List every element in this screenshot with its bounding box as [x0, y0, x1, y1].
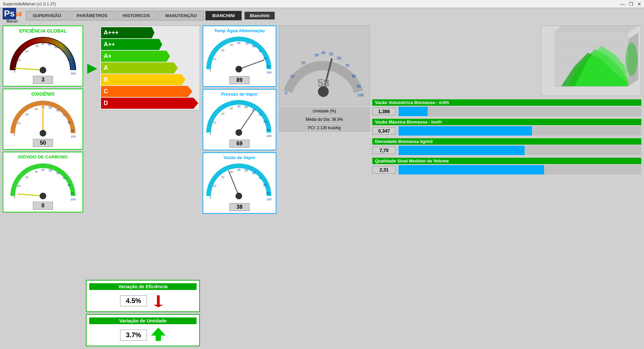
bar-group-vazao-vol: Vazão Volumétrica Biomassa - m3/h 1,386 [372, 99, 641, 116]
svg-text:100: 100 [358, 93, 364, 97]
vazao-vapor-gauge: 0 10 20 30 40 50 60 70 80 90 100 [205, 161, 272, 201]
temp-agua-gauge: 0 10 20 30 40 50 60 70 80 90 100 [205, 34, 272, 74]
co2-panel: DIÓXIDO DE CARBONO 0 10 20 30 40 50 60 7… [3, 152, 83, 212]
svg-marker-103 [554, 26, 638, 33]
svg-point-12 [40, 67, 46, 73]
pressao-vapor-value: 69 [229, 140, 250, 148]
bar-group-densidade: Densidade Biomassa kg/m3 7,70 [372, 138, 641, 155]
logo: Ps i4 Marrari [3, 8, 22, 23]
svg-text:70: 70 [258, 113, 262, 116]
svg-text:10: 10 [17, 58, 20, 62]
svg-text:80: 80 [67, 58, 71, 61]
svg-text:50: 50 [329, 52, 333, 56]
maximize-btn[interactable]: ❐ [629, 1, 633, 7]
variacao-umidade-value: 3.7% [120, 330, 147, 341]
svg-text:0: 0 [13, 70, 15, 73]
svg-text:10: 10 [17, 184, 20, 188]
eficiencia-gauge-svg: 0 10 20 30 40 50 60 70 80 90 100 [9, 35, 76, 75]
svg-text:70: 70 [258, 177, 262, 180]
svg-text:100: 100 [266, 71, 271, 74]
svg-line-78 [229, 171, 239, 196]
svg-text:90: 90 [357, 84, 361, 88]
tab-bianchini[interactable]: BIANCHINI [205, 11, 242, 20]
svg-text:20: 20 [25, 113, 29, 116]
arrow-up-svg [151, 327, 166, 342]
svg-text:60: 60 [56, 171, 60, 175]
eficiencia-title: EFICIÊNCIA GLOBAL [5, 28, 80, 34]
svg-text:30: 30 [230, 107, 233, 110]
pressao-vapor-title: Pressão de Vapor [205, 92, 274, 97]
tab-manutencao[interactable]: MANUTENÇÃO [158, 11, 204, 20]
temp-agua-value: 89 [229, 76, 250, 84]
svg-text:90: 90 [71, 192, 74, 195]
tab-supervisao[interactable]: SUPERVISÃO [26, 11, 68, 20]
svg-text:40: 40 [237, 105, 240, 108]
svg-text:40: 40 [41, 168, 45, 171]
arrow-down-svg [151, 293, 166, 307]
svg-text:40: 40 [237, 168, 240, 171]
svg-text:50: 50 [245, 169, 248, 172]
close-btn[interactable]: ✕ [637, 1, 641, 7]
bar-val-vazao-vol: 1,386 [372, 108, 396, 115]
umidade-display-value: 58 [317, 77, 329, 89]
svg-marker-40 [151, 328, 166, 341]
variacao-eficiencia-arrow [151, 293, 166, 309]
nav-sub-label: Bianchini [245, 12, 275, 19]
eficiencia-gauge: 0 10 20 30 40 50 60 70 80 90 100 [9, 35, 76, 75]
energy-class-d: D [101, 98, 198, 109]
bar-title-vazao-vol: Vazão Volumétrica Biomassa - m3/h [372, 99, 641, 106]
svg-text:90: 90 [267, 192, 270, 195]
umidade-large-gauge: 0 10 20 30 40 50 60 70 80 90 100 58 [281, 28, 365, 102]
vazao-vapor-title: Vazão de Vapor [205, 155, 274, 160]
co2-value: 0 [33, 202, 53, 210]
umidade-pci: PCI: 2.135 kcal/kg [279, 124, 370, 132]
vazao-vapor-panel: Vazão de Vapor 0 10 20 30 40 50 60 70 80… [203, 152, 276, 214]
variacao-umidade-panel: Variação de Umidade 3.7% [86, 314, 200, 346]
svg-text:50: 50 [49, 106, 52, 109]
svg-text:20: 20 [221, 112, 224, 115]
bars-section: Vazão Volumétrica Biomassa - m3/h 1,386 … [372, 99, 641, 174]
app-title: SupervisãoMarrari (v1.0.1.37) [3, 2, 56, 6]
minimize-btn[interactable]: — [620, 1, 625, 7]
variacao-eficiencia-panel: Variação de Eficiência 4.5% [86, 280, 200, 312]
tab-historicos[interactable]: HISTÓRICOS [116, 11, 157, 20]
oxigenio-gauge-svg: 0 10 20 30 40 50 60 70 80 90 100 [9, 98, 76, 138]
svg-text:90: 90 [71, 129, 74, 132]
window-controls[interactable]: — ❐ ✕ [620, 1, 641, 7]
co2-gauge-svg: 0 10 20 30 40 50 60 70 80 90 100 [9, 161, 76, 201]
logo-marrari: Marrari [6, 19, 18, 23]
bar-title-vazao-mass: Vazão Mássica Biomassa - ton/h [372, 119, 641, 125]
svg-line-37 [18, 194, 43, 196]
tab-parametros[interactable]: PARÂMETROS [70, 11, 114, 20]
svg-text:70: 70 [62, 114, 66, 117]
bar-group-qualidade: Qualidade Sinal Medidor de Volume 2,31 [372, 158, 641, 174]
svg-text:70: 70 [62, 51, 65, 54]
logo-i4: i4 [16, 10, 22, 18]
svg-point-53 [235, 66, 242, 72]
bar-track-qualidade [398, 165, 641, 174]
bar-val-densidade: 7,70 [372, 147, 396, 154]
svg-text:0: 0 [13, 196, 15, 199]
svg-text:90: 90 [267, 65, 270, 68]
svg-text:0: 0 [13, 133, 15, 136]
energy-classes-list: A+++ A++ A+ A B C [101, 27, 198, 109]
energy-class-appp: A+++ [101, 27, 155, 38]
svg-text:0: 0 [285, 91, 287, 95]
svg-line-11 [15, 68, 43, 70]
svg-text:80: 80 [67, 184, 71, 187]
svg-line-52 [239, 60, 264, 69]
energy-class-b: B [101, 74, 185, 85]
svg-text:50: 50 [245, 105, 248, 109]
svg-text:100: 100 [266, 198, 271, 201]
arrow-right-icon: ▶ [87, 61, 97, 75]
umidade-gauge-panel: 0 10 20 30 40 50 60 70 80 90 100 58 [279, 26, 370, 105]
svg-marker-39 [154, 295, 163, 307]
eficiencia-panel: EFICIÊNCIA GLOBAL [3, 26, 83, 87]
svg-text:90: 90 [71, 66, 74, 69]
bar-group-vazao-mass: Vazão Mássica Biomassa - ton/h 0,347 [372, 119, 641, 136]
bar-track-vazao-mass [398, 126, 641, 136]
svg-text:20: 20 [301, 61, 305, 65]
svg-text:100: 100 [266, 134, 271, 138]
svg-text:20: 20 [221, 176, 224, 179]
oxigenio-panel: OXIGÊNIO 0 10 20 30 40 50 60 70 80 90 10… [3, 89, 83, 150]
